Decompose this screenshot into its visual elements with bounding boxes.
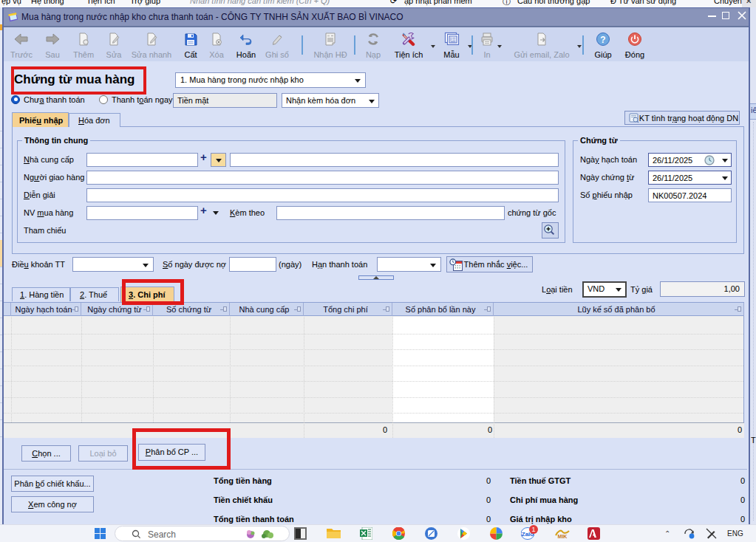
svg-text:?: ? [600, 35, 605, 45]
svg-text:MIK: MIK [558, 534, 568, 539]
